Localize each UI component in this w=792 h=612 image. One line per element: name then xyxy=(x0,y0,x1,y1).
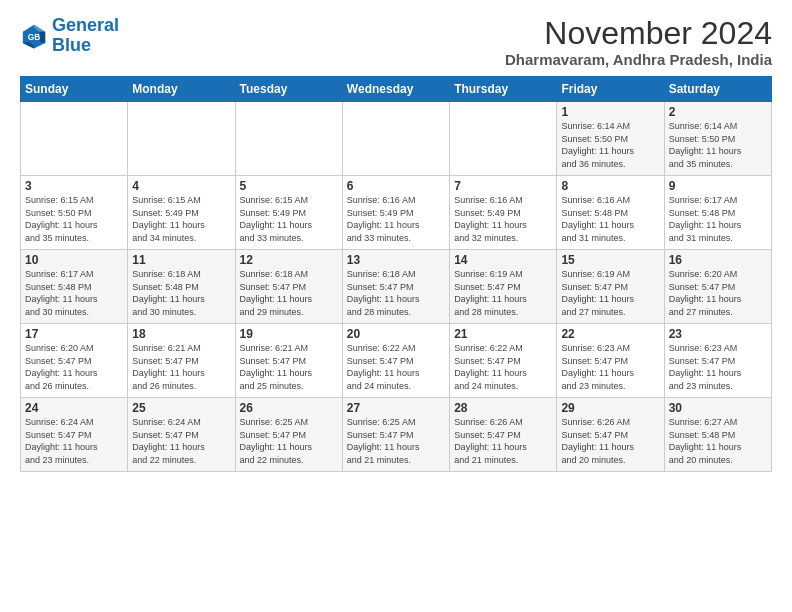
location: Dharmavaram, Andhra Pradesh, India xyxy=(505,51,772,68)
day-detail: Sunrise: 6:19 AM Sunset: 5:47 PM Dayligh… xyxy=(454,268,552,318)
day-detail: Sunrise: 6:27 AM Sunset: 5:48 PM Dayligh… xyxy=(669,416,767,466)
day-number: 25 xyxy=(132,401,230,415)
day-number: 15 xyxy=(561,253,659,267)
svg-marker-2 xyxy=(40,32,46,43)
day-detail: Sunrise: 6:25 AM Sunset: 5:47 PM Dayligh… xyxy=(347,416,445,466)
calendar-cell: 11Sunrise: 6:18 AM Sunset: 5:48 PM Dayli… xyxy=(128,250,235,324)
calendar-cell xyxy=(21,102,128,176)
day-detail: Sunrise: 6:18 AM Sunset: 5:48 PM Dayligh… xyxy=(132,268,230,318)
day-number: 8 xyxy=(561,179,659,193)
day-number: 10 xyxy=(25,253,123,267)
calendar-week-2: 10Sunrise: 6:17 AM Sunset: 5:48 PM Dayli… xyxy=(21,250,772,324)
logo-icon: GB xyxy=(20,22,48,50)
calendar-cell: 3Sunrise: 6:15 AM Sunset: 5:50 PM Daylig… xyxy=(21,176,128,250)
calendar-cell: 22Sunrise: 6:23 AM Sunset: 5:47 PM Dayli… xyxy=(557,324,664,398)
day-number: 21 xyxy=(454,327,552,341)
day-detail: Sunrise: 6:15 AM Sunset: 5:49 PM Dayligh… xyxy=(240,194,338,244)
calendar-cell: 25Sunrise: 6:24 AM Sunset: 5:47 PM Dayli… xyxy=(128,398,235,472)
day-detail: Sunrise: 6:17 AM Sunset: 5:48 PM Dayligh… xyxy=(669,194,767,244)
calendar-cell xyxy=(128,102,235,176)
day-detail: Sunrise: 6:18 AM Sunset: 5:47 PM Dayligh… xyxy=(347,268,445,318)
header: GB General Blue November 2024 Dharmavara… xyxy=(20,16,772,68)
day-number: 6 xyxy=(347,179,445,193)
day-detail: Sunrise: 6:26 AM Sunset: 5:47 PM Dayligh… xyxy=(561,416,659,466)
calendar-cell: 7Sunrise: 6:16 AM Sunset: 5:49 PM Daylig… xyxy=(450,176,557,250)
calendar-cell: 2Sunrise: 6:14 AM Sunset: 5:50 PM Daylig… xyxy=(664,102,771,176)
col-friday: Friday xyxy=(557,77,664,102)
logo: GB General Blue xyxy=(20,16,119,56)
col-sunday: Sunday xyxy=(21,77,128,102)
calendar-cell: 26Sunrise: 6:25 AM Sunset: 5:47 PM Dayli… xyxy=(235,398,342,472)
day-number: 9 xyxy=(669,179,767,193)
day-detail: Sunrise: 6:16 AM Sunset: 5:49 PM Dayligh… xyxy=(454,194,552,244)
calendar-cell: 19Sunrise: 6:21 AM Sunset: 5:47 PM Dayli… xyxy=(235,324,342,398)
day-number: 7 xyxy=(454,179,552,193)
col-monday: Monday xyxy=(128,77,235,102)
calendar-cell: 21Sunrise: 6:22 AM Sunset: 5:47 PM Dayli… xyxy=(450,324,557,398)
day-detail: Sunrise: 6:14 AM Sunset: 5:50 PM Dayligh… xyxy=(669,120,767,170)
day-detail: Sunrise: 6:16 AM Sunset: 5:49 PM Dayligh… xyxy=(347,194,445,244)
day-number: 30 xyxy=(669,401,767,415)
calendar-cell: 9Sunrise: 6:17 AM Sunset: 5:48 PM Daylig… xyxy=(664,176,771,250)
day-detail: Sunrise: 6:25 AM Sunset: 5:47 PM Dayligh… xyxy=(240,416,338,466)
day-number: 2 xyxy=(669,105,767,119)
calendar-cell: 8Sunrise: 6:16 AM Sunset: 5:48 PM Daylig… xyxy=(557,176,664,250)
day-number: 24 xyxy=(25,401,123,415)
day-detail: Sunrise: 6:23 AM Sunset: 5:47 PM Dayligh… xyxy=(669,342,767,392)
day-number: 14 xyxy=(454,253,552,267)
logo-line1: General xyxy=(52,15,119,35)
calendar-cell: 10Sunrise: 6:17 AM Sunset: 5:48 PM Dayli… xyxy=(21,250,128,324)
day-detail: Sunrise: 6:16 AM Sunset: 5:48 PM Dayligh… xyxy=(561,194,659,244)
svg-text:GB: GB xyxy=(28,32,41,42)
calendar-cell: 20Sunrise: 6:22 AM Sunset: 5:47 PM Dayli… xyxy=(342,324,449,398)
calendar-cell xyxy=(450,102,557,176)
day-detail: Sunrise: 6:18 AM Sunset: 5:47 PM Dayligh… xyxy=(240,268,338,318)
day-number: 28 xyxy=(454,401,552,415)
calendar-cell: 15Sunrise: 6:19 AM Sunset: 5:47 PM Dayli… xyxy=(557,250,664,324)
col-tuesday: Tuesday xyxy=(235,77,342,102)
col-wednesday: Wednesday xyxy=(342,77,449,102)
calendar-cell: 16Sunrise: 6:20 AM Sunset: 5:47 PM Dayli… xyxy=(664,250,771,324)
day-number: 11 xyxy=(132,253,230,267)
day-detail: Sunrise: 6:21 AM Sunset: 5:47 PM Dayligh… xyxy=(132,342,230,392)
calendar-cell: 18Sunrise: 6:21 AM Sunset: 5:47 PM Dayli… xyxy=(128,324,235,398)
day-detail: Sunrise: 6:24 AM Sunset: 5:47 PM Dayligh… xyxy=(132,416,230,466)
day-detail: Sunrise: 6:17 AM Sunset: 5:48 PM Dayligh… xyxy=(25,268,123,318)
calendar-cell xyxy=(235,102,342,176)
calendar-cell: 1Sunrise: 6:14 AM Sunset: 5:50 PM Daylig… xyxy=(557,102,664,176)
day-detail: Sunrise: 6:22 AM Sunset: 5:47 PM Dayligh… xyxy=(347,342,445,392)
day-detail: Sunrise: 6:22 AM Sunset: 5:47 PM Dayligh… xyxy=(454,342,552,392)
day-detail: Sunrise: 6:19 AM Sunset: 5:47 PM Dayligh… xyxy=(561,268,659,318)
day-number: 1 xyxy=(561,105,659,119)
calendar-cell: 24Sunrise: 6:24 AM Sunset: 5:47 PM Dayli… xyxy=(21,398,128,472)
calendar-cell: 13Sunrise: 6:18 AM Sunset: 5:47 PM Dayli… xyxy=(342,250,449,324)
calendar-cell: 27Sunrise: 6:25 AM Sunset: 5:47 PM Dayli… xyxy=(342,398,449,472)
day-number: 16 xyxy=(669,253,767,267)
col-thursday: Thursday xyxy=(450,77,557,102)
calendar-cell: 28Sunrise: 6:26 AM Sunset: 5:47 PM Dayli… xyxy=(450,398,557,472)
calendar-cell: 23Sunrise: 6:23 AM Sunset: 5:47 PM Dayli… xyxy=(664,324,771,398)
day-detail: Sunrise: 6:15 AM Sunset: 5:50 PM Dayligh… xyxy=(25,194,123,244)
day-detail: Sunrise: 6:26 AM Sunset: 5:47 PM Dayligh… xyxy=(454,416,552,466)
day-number: 3 xyxy=(25,179,123,193)
calendar-week-4: 24Sunrise: 6:24 AM Sunset: 5:47 PM Dayli… xyxy=(21,398,772,472)
day-number: 5 xyxy=(240,179,338,193)
day-number: 12 xyxy=(240,253,338,267)
day-number: 23 xyxy=(669,327,767,341)
day-number: 26 xyxy=(240,401,338,415)
month-title: November 2024 xyxy=(505,16,772,51)
calendar-cell: 5Sunrise: 6:15 AM Sunset: 5:49 PM Daylig… xyxy=(235,176,342,250)
day-number: 13 xyxy=(347,253,445,267)
calendar-cell: 6Sunrise: 6:16 AM Sunset: 5:49 PM Daylig… xyxy=(342,176,449,250)
day-number: 17 xyxy=(25,327,123,341)
day-number: 20 xyxy=(347,327,445,341)
logo-text: General Blue xyxy=(52,16,119,56)
title-block: November 2024 Dharmavaram, Andhra Prades… xyxy=(505,16,772,68)
calendar-week-3: 17Sunrise: 6:20 AM Sunset: 5:47 PM Dayli… xyxy=(21,324,772,398)
day-detail: Sunrise: 6:21 AM Sunset: 5:47 PM Dayligh… xyxy=(240,342,338,392)
calendar-week-0: 1Sunrise: 6:14 AM Sunset: 5:50 PM Daylig… xyxy=(21,102,772,176)
logo-line2: Blue xyxy=(52,35,91,55)
calendar-table: Sunday Monday Tuesday Wednesday Thursday… xyxy=(20,76,772,472)
day-detail: Sunrise: 6:24 AM Sunset: 5:47 PM Dayligh… xyxy=(25,416,123,466)
day-number: 18 xyxy=(132,327,230,341)
